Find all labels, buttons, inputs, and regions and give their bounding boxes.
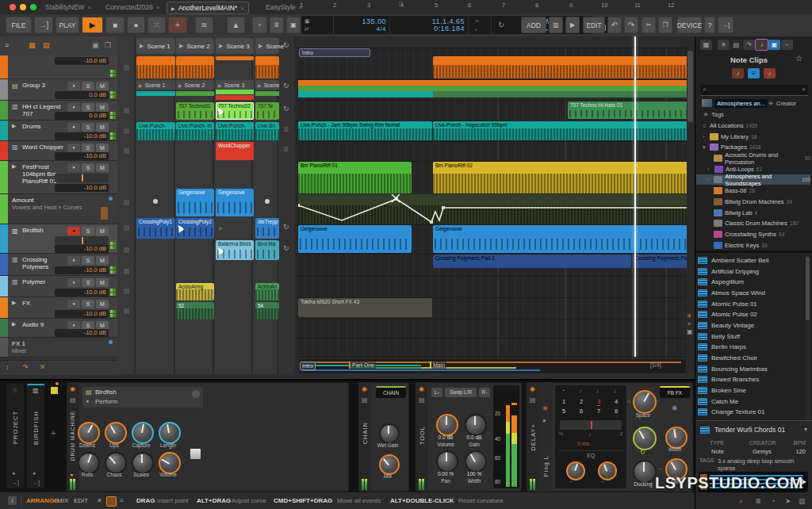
pattern-icon[interactable]: ▣ bbox=[687, 328, 693, 335]
track-color-stripe[interactable] bbox=[0, 55, 8, 78]
macro-knob-small[interactable] bbox=[192, 390, 200, 398]
metronome-icon-button[interactable]: ▲ bbox=[227, 17, 245, 33]
preview-search-icon[interactable]: ⌕ bbox=[739, 497, 743, 506]
template-icon-button[interactable]: 🗎 bbox=[270, 17, 284, 33]
result-item[interactable]: Atomic Pulse 01 bbox=[698, 299, 809, 309]
overview-marker-intro[interactable]: Intro bbox=[300, 362, 316, 370]
arranger-follow-icon[interactable]: ▣ bbox=[304, 18, 310, 25]
file-menu-button[interactable]: FILE bbox=[6, 17, 32, 33]
gain-value[interactable]: 0.0 dB bbox=[458, 434, 490, 440]
cut-icon-button[interactable]: ✂ bbox=[642, 17, 656, 33]
arrange-mode-tab[interactable]: ARRANGE bbox=[26, 497, 58, 504]
follow-playhead-icon[interactable]: ✳ bbox=[687, 312, 692, 320]
track-color-stripe[interactable] bbox=[0, 254, 8, 275]
mute-button[interactable]: M bbox=[96, 256, 109, 265]
io-icon[interactable]: →] bbox=[12, 480, 19, 485]
arrangement-marker-intro[interactable]: Intro bbox=[299, 48, 370, 57]
track-name[interactable]: Word Chopper bbox=[22, 144, 71, 151]
scene-repeat-icon[interactable]: ↻ bbox=[283, 223, 289, 231]
tree-item-all-locations[interactable]: ○All Locations1439 bbox=[696, 121, 810, 131]
track-color-stripe[interactable] bbox=[0, 297, 8, 318]
device-power-icon[interactable]: ◉ bbox=[362, 385, 367, 392]
result-item[interactable]: Artificial Dripping bbox=[698, 266, 809, 277]
device-menu-button[interactable]: DEVICE bbox=[677, 17, 702, 33]
device-preset-folder-icon[interactable]: ▤ bbox=[362, 396, 368, 404]
mix-mode-tab[interactable]: MIX bbox=[57, 497, 68, 504]
tempo-value[interactable]: 135.00 bbox=[362, 17, 386, 25]
solo-button[interactable]: S bbox=[82, 144, 94, 152]
solo-button[interactable]: S bbox=[82, 163, 94, 172]
transport-mode-segment[interactable]: ▣ ⇄ bbox=[301, 16, 334, 34]
time-signature-value[interactable]: 4/4 bbox=[376, 25, 386, 33]
track-row-word-chopper[interactable]: ▥ Word Chopper ●SM -10.0 dB bbox=[0, 141, 117, 161]
mute-button[interactable]: M bbox=[96, 123, 109, 132]
scene-repeat-icon[interactable]: ↻ bbox=[283, 105, 289, 113]
track-color-stripe[interactable] bbox=[0, 194, 8, 224]
arm-button[interactable]: ● bbox=[67, 278, 80, 287]
stop-clip-button[interactable] bbox=[124, 247, 129, 253]
minimize-window-button[interactable] bbox=[20, 4, 26, 10]
launcher-clip-707techno02-playing[interactable]: 707 Techno02 bbox=[216, 102, 254, 120]
launcher-clip-52[interactable]: 52 bbox=[176, 302, 214, 320]
close-icon[interactable]: × bbox=[240, 5, 244, 12]
result-item[interactable]: Bowed Branches bbox=[698, 374, 809, 385]
track-volume-value[interactable]: 0.0 dB bbox=[55, 112, 109, 120]
punch-in-icon[interactable]: ✂ bbox=[475, 18, 480, 25]
launcher-clip-dietrepp[interactable]: dieTrepp bbox=[255, 218, 279, 239]
delay-div-2[interactable]: 2 bbox=[580, 398, 583, 405]
device-title-strip[interactable]: ◉ ▤ DELAY+ bbox=[527, 382, 539, 492]
track-color-stripe[interactable] bbox=[0, 141, 8, 160]
results-scrollbar-track[interactable] bbox=[806, 255, 810, 419]
scroll-right-icon[interactable]: » bbox=[688, 320, 691, 327]
tree-item-atmospheres-selected[interactable]: ›Atmospheres and Soundscapes106 bbox=[696, 174, 810, 185]
automation-lane-amount[interactable]: Amount Vowels and Heat » Curves bbox=[0, 194, 117, 224]
launcher-clip-54[interactable]: 54 bbox=[255, 302, 279, 320]
add-device-button[interactable]: + bbox=[51, 428, 56, 438]
mute-button[interactable]: M bbox=[96, 227, 109, 235]
volume-value[interactable]: 0.0 dB bbox=[430, 434, 462, 440]
track-name[interactable]: FX bbox=[22, 300, 71, 307]
filter-any-icon[interactable]: ✳ bbox=[718, 40, 730, 50]
tool-width-knob[interactable] bbox=[465, 450, 487, 473]
free-mode-icon[interactable]: ● bbox=[542, 417, 546, 424]
launcher-clip-acidoan[interactable]: AcidoAn bbox=[255, 283, 279, 300]
arm-button[interactable]: ● bbox=[67, 163, 80, 172]
group-scene4-button[interactable]: ▶Scene bbox=[255, 80, 279, 90]
layers-icon-button[interactable]: ≋ bbox=[195, 17, 213, 33]
preview-name[interactable]: Tender Wurli Chords 01 bbox=[714, 426, 785, 434]
track-name[interactable]: Birdfish bbox=[22, 227, 71, 234]
track-name[interactable]: Polymer bbox=[22, 278, 71, 285]
launcher-clip-crossingpoly2-playing[interactable]: CrossingPoly2 bbox=[176, 218, 214, 239]
close-window-button[interactable] bbox=[10, 4, 16, 10]
mute-button[interactable]: M bbox=[96, 82, 109, 90]
io-icon[interactable]: →] bbox=[33, 480, 40, 485]
launcher-clip-geigeroove[interactable]: Geigeroove bbox=[216, 189, 254, 216]
arranger-clip-707-hihats[interactable]: 707 Techno Hi-Hats 01 bbox=[568, 101, 695, 119]
scene-repeat-icon[interactable]: ↻ bbox=[283, 244, 289, 252]
note-clips-filter-icon[interactable]: ♪ bbox=[756, 40, 768, 50]
position-segment[interactable]: 11.1.4.65 0:18.184 bbox=[390, 16, 469, 34]
preview-file-icon[interactable]: 🗎 bbox=[755, 497, 762, 505]
solo-button[interactable]: S bbox=[82, 123, 94, 132]
chevron-right-icon[interactable]: › bbox=[707, 177, 711, 182]
tags-filter-chip[interactable]: Tags bbox=[711, 111, 724, 118]
loop-icon[interactable]: ↻ bbox=[498, 21, 504, 29]
arm-button[interactable]: ● bbox=[67, 144, 80, 152]
track-row-firstfrost[interactable]: ▶ FirstFrost 104bpm Bm PianoRiff 01 ●SM … bbox=[0, 161, 117, 194]
width-value[interactable]: 100 % bbox=[458, 471, 490, 476]
browser-search-input[interactable]: ⌕ × bbox=[700, 85, 808, 96]
tree-item-acoustic-drums[interactable]: Acoustic Drums and Percussion30 bbox=[696, 153, 810, 163]
note-clip-type-button[interactable]: ♪ bbox=[732, 68, 744, 78]
browser-splitter[interactable] bbox=[695, 251, 812, 253]
track-color-stripe[interactable] bbox=[0, 161, 8, 193]
track-volume-value[interactable]: -10.0 dB bbox=[55, 245, 109, 253]
result-item[interactable]: Berlin Harps bbox=[698, 342, 809, 352]
clip-type-button-active[interactable]: ≡ bbox=[748, 68, 760, 78]
headphone-icon[interactable]: ● bbox=[12, 470, 15, 476]
result-item[interactable]: Bewitched Choir bbox=[698, 353, 809, 363]
overview-marker-partone[interactable]: Part One bbox=[349, 362, 376, 369]
wet-gain-knob[interactable] bbox=[379, 423, 400, 444]
eq-high-knob[interactable] bbox=[598, 461, 617, 480]
chain-slot-tab[interactable]: CHAIN bbox=[376, 386, 406, 398]
arranger-clip-crossing-pad1[interactable]: Crossing Polymeric Pad 1 bbox=[433, 254, 631, 268]
